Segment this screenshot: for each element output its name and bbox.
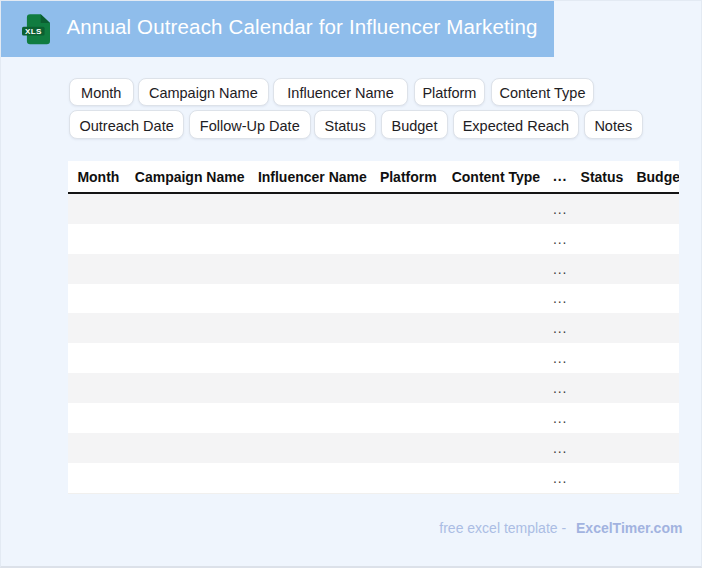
svg-text:XLS: XLS [25,27,42,36]
